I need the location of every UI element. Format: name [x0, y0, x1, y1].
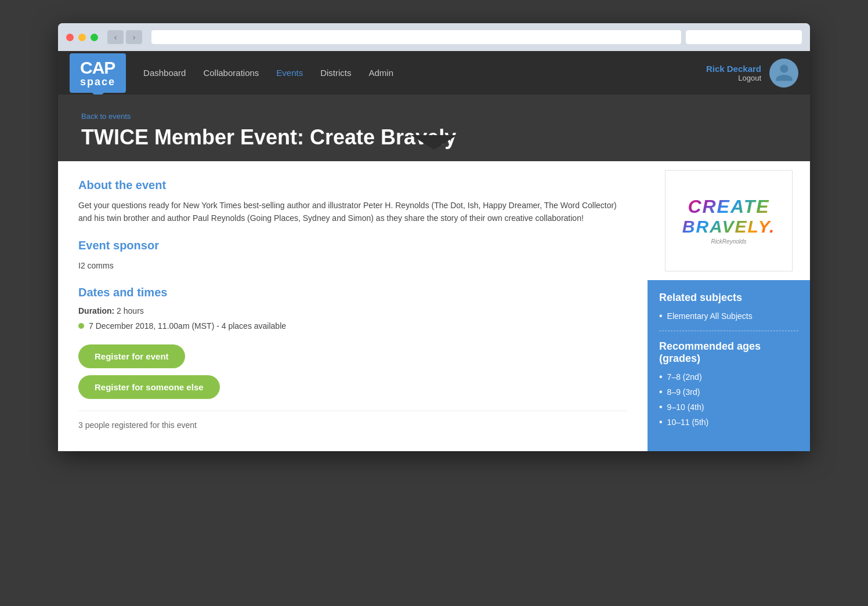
event-image-box: CREATE BRAVELY. RickReynolds	[648, 161, 810, 280]
site-logo[interactable]: CAP space	[70, 53, 126, 93]
user-avatar[interactable]	[769, 59, 798, 88]
about-section: About the event Get your questions ready…	[78, 179, 627, 225]
sponsor-heading: Event sponsor	[78, 239, 627, 252]
content-left: About the event Get your questions ready…	[58, 161, 648, 451]
browser-maximize-btn[interactable]	[91, 34, 98, 41]
date-bullet-icon	[78, 323, 84, 329]
ages-heading: Recommended ages (grades)	[659, 340, 798, 365]
logo-cap-text: CAP	[80, 59, 115, 77]
age-label-1: 8–9 (3rd)	[667, 387, 700, 397]
related-subjects-heading: Related subjects	[659, 292, 798, 304]
page-title: TWICE Member Event: Create Bravely	[81, 125, 787, 150]
nav-admin[interactable]: Admin	[369, 68, 394, 78]
age-item-2: • 9–10 (4th)	[659, 402, 798, 412]
signature-text: RickReynolds	[682, 238, 775, 245]
bravely-text: BRAVELY.	[682, 217, 775, 236]
age-label-0: 7–8 (2nd)	[667, 372, 702, 382]
related-subject-item: • Elementary All Subjects	[659, 311, 798, 321]
age-bullet-1: •	[659, 387, 663, 397]
content-right: CREATE BRAVELY. RickReynolds Related sub…	[648, 161, 810, 451]
user-name: Rick Deckard	[706, 64, 761, 74]
age-item-3: • 10–11 (5th)	[659, 417, 798, 427]
browser-close-btn[interactable]	[66, 34, 74, 41]
browser-back-btn[interactable]: ‹	[107, 30, 124, 44]
date-item: 7 December 2018, 11.00am (MST) - 4 place…	[78, 321, 627, 331]
right-panel-content: Related subjects • Elementary All Subjec…	[648, 280, 810, 444]
browser-search-bar[interactable]	[686, 30, 802, 44]
browser-titlebar: ‹ ›	[58, 23, 810, 51]
subject-bullet: •	[659, 311, 663, 321]
hero-area: Back to events TWICE Member Event: Creat…	[58, 95, 810, 150]
age-bullet-0: •	[659, 372, 663, 382]
registered-count: 3 people registered for this event	[78, 411, 627, 430]
sponsor-section: Event sponsor I2 comms	[78, 239, 627, 272]
sponsor-name: I2 comms	[78, 259, 627, 272]
date-text: 7 December 2018, 11.00am (MST) - 4 place…	[89, 321, 286, 331]
top-navigation: CAP space Dashboard Collaborations Event…	[58, 51, 810, 95]
subject-label: Elementary All Subjects	[667, 311, 753, 321]
about-description: Get your questions ready for New York Ti…	[78, 199, 627, 225]
create-bravely-art: CREATE BRAVELY. RickReynolds	[682, 197, 775, 245]
register-other-button[interactable]: Register for someone else	[78, 375, 220, 399]
dates-section: Dates and times Duration: 2 hours 7 Dece…	[78, 286, 627, 331]
logo-space-text: space	[80, 77, 115, 87]
age-item-0: • 7–8 (2nd)	[659, 372, 798, 382]
nav-events[interactable]: Events	[276, 68, 303, 78]
nav-links: Dashboard Collaborations Events District…	[143, 68, 706, 78]
browser-address-bar[interactable]	[151, 30, 681, 44]
age-bullet-2: •	[659, 402, 663, 412]
nav-collaborations[interactable]: Collaborations	[203, 68, 259, 78]
nav-user-section: Rick Deckard Logout	[706, 59, 798, 88]
register-event-button[interactable]: Register for event	[78, 344, 185, 368]
nav-districts[interactable]: Districts	[320, 68, 351, 78]
logout-link[interactable]: Logout	[706, 74, 761, 82]
age-item-1: • 8–9 (3rd)	[659, 387, 798, 397]
main-content: About the event Get your questions ready…	[58, 161, 810, 451]
age-label-3: 10–11 (5th)	[667, 418, 709, 427]
about-heading: About the event	[78, 179, 627, 192]
age-label-2: 9–10 (4th)	[667, 402, 704, 412]
create-text: CREATE	[682, 197, 775, 217]
dates-heading: Dates and times	[78, 286, 627, 299]
back-to-events-link[interactable]: Back to events	[81, 112, 787, 121]
divider	[659, 331, 798, 331]
browser-forward-btn[interactable]: ›	[126, 30, 142, 44]
duration-line: Duration: 2 hours	[78, 306, 627, 315]
event-image: CREATE BRAVELY. RickReynolds	[665, 170, 793, 271]
browser-minimize-btn[interactable]	[78, 34, 86, 41]
nav-dashboard[interactable]: Dashboard	[143, 68, 186, 78]
age-bullet-3: •	[659, 417, 663, 427]
